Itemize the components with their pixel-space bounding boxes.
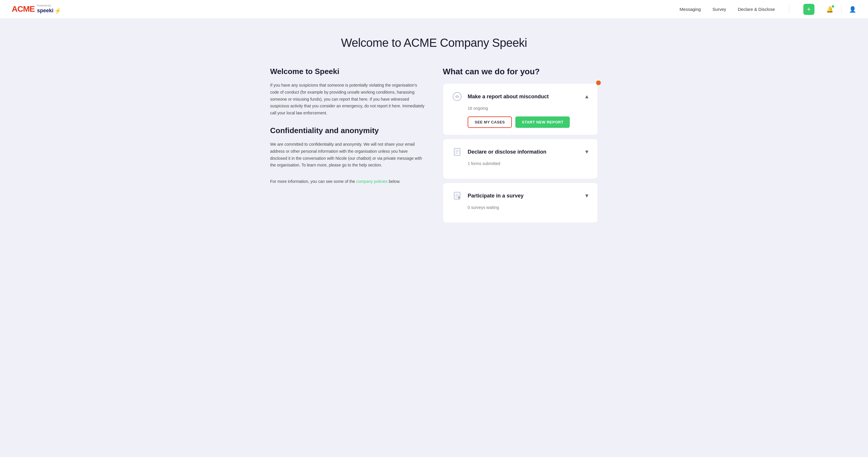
misconduct-card-title: Make a report about misconduct (468, 94, 549, 100)
misconduct-card-header-left: Make a report about misconduct (451, 91, 549, 102)
misconduct-subtitle: 16 ongoing (451, 106, 589, 110)
misconduct-chevron: ▲ (584, 94, 589, 100)
policies-intro-text: For more information, you can see some o… (270, 179, 356, 184)
messaging-link[interactable]: Messaging (680, 7, 701, 12)
start-new-report-button[interactable]: START NEW REPORT (515, 117, 570, 128)
navbar: ACME Powered by speeki⚡ Messaging Survey… (0, 0, 868, 19)
survey-subtitle: 0 surveys waiting (451, 205, 589, 210)
user-icon: 👤 (849, 6, 856, 12)
svg-point-10 (458, 196, 461, 199)
survey-link[interactable]: Survey (713, 7, 726, 12)
declare-card-header-left: Declare or disclose information (451, 146, 547, 158)
misconduct-card: Make a report about misconduct ▲ 16 ongo… (443, 84, 598, 135)
speeki-brand: speeki⚡ (37, 7, 61, 14)
survey-icon (451, 190, 463, 202)
survey-card-title: Participate in a survey (468, 193, 524, 199)
notification-button[interactable]: 🔔 (826, 6, 834, 13)
left-column: Welcome to Speeki If you have any suspic… (270, 67, 425, 195)
acme-logo: ACME (12, 4, 34, 14)
content-grid: Welcome to Speeki If you have any suspic… (270, 67, 598, 223)
what-can-we-do-heading: What can we do for you? (443, 67, 598, 76)
survey-card-header: Participate in a survey ▼ (451, 190, 589, 202)
nav-divider-2 (841, 5, 841, 14)
declare-disclose-link[interactable]: Declare & Disclose (738, 7, 775, 12)
notification-dot (832, 5, 834, 8)
policies-paragraph: For more information, you can see some o… (270, 178, 425, 185)
right-column: What can we do for you? (443, 67, 598, 223)
nav-links: Messaging Survey Declare & Disclose + 🔔 … (680, 4, 856, 15)
misconduct-actions: SEE MY CASES START NEW REPORT (451, 117, 589, 128)
add-button[interactable]: + (803, 4, 814, 15)
speeki-lightning-icon: ⚡ (54, 7, 61, 14)
policies-suffix-text: below. (388, 179, 401, 184)
confidentiality-text: We are committed to confidentiality and … (270, 141, 425, 169)
notification-orange-dot (596, 80, 601, 85)
welcome-text: If you have any suspicions that someone … (270, 82, 425, 117)
declare-card: Declare or disclose information ▼ 1 form… (443, 139, 598, 179)
declare-icon (451, 146, 463, 158)
svg-point-1 (456, 96, 458, 97)
survey-card: Participate in a survey ▼ 0 surveys wait… (443, 183, 598, 223)
misconduct-card-header: Make a report about misconduct ▲ (451, 91, 589, 102)
user-profile-button[interactable]: 👤 (849, 6, 856, 13)
declare-subtitle: 1 forms submitted (451, 161, 589, 166)
declare-card-title: Declare or disclose information (468, 149, 547, 155)
misconduct-icon (451, 91, 463, 102)
svg-point-0 (453, 93, 461, 101)
powered-by-block: Powered by speeki⚡ (37, 4, 61, 14)
confidentiality-heading: Confidentiality and anonymity (270, 126, 425, 135)
powered-by-text: Powered by (37, 4, 51, 7)
page-title: Welcome to ACME Company Speeki (270, 36, 598, 50)
declare-chevron: ▼ (584, 149, 589, 155)
see-my-cases-button[interactable]: SEE MY CASES (468, 117, 512, 128)
declare-card-header: Declare or disclose information ▼ (451, 146, 589, 158)
nav-icons: 🔔 👤 (826, 5, 856, 14)
logo-area: ACME Powered by speeki⚡ (12, 4, 61, 14)
company-policies-link[interactable]: company policies (356, 179, 388, 184)
survey-card-header-left: Participate in a survey (451, 190, 524, 202)
main-content: Welcome to ACME Company Speeki Welcome t… (258, 19, 610, 235)
survey-chevron: ▼ (584, 193, 589, 199)
cards-container: Make a report about misconduct ▲ 16 ongo… (443, 84, 598, 223)
welcome-heading: Welcome to Speeki (270, 67, 425, 76)
